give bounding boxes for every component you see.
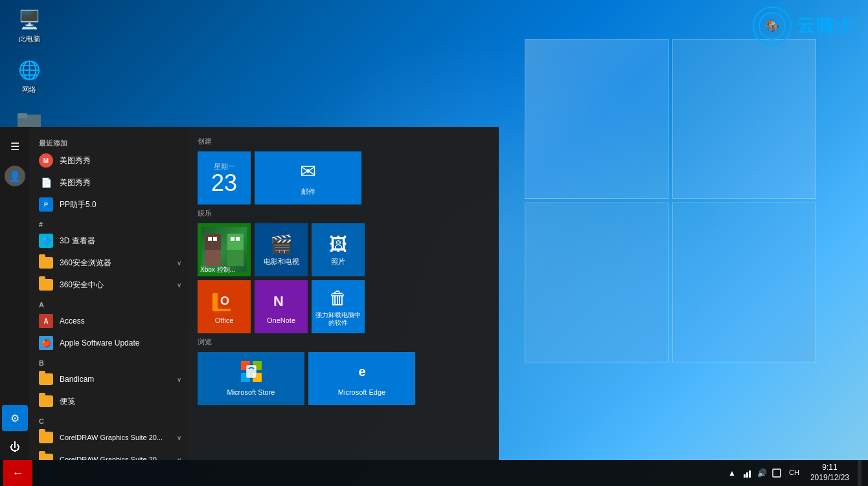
clock[interactable]: 9:11 2019/12/23: [805, 463, 854, 483]
desktop-icons: 🖥️ 此电脑 🌐 网络: [6, 6, 52, 135]
tray-volume-icon[interactable]: 🔊: [755, 467, 768, 480]
coreldraw1-expand: ∨: [177, 434, 181, 441]
start-menu: ☰ 👤 ⚙ ⏻ 最近添加 M 美图秀秀 📄 美图秀秀 P: [0, 127, 499, 460]
input-method[interactable]: CH: [786, 469, 802, 477]
this-pc-icon: 🖥️: [16, 6, 42, 32]
taskbar-right: ▲ 🔊 CH: [725, 460, 865, 486]
app-item-bandicam[interactable]: Bandicam ∨: [29, 368, 188, 390]
access-icon: A: [39, 314, 53, 328]
app-item-meitu1[interactable]: M 美图秀秀: [29, 149, 188, 171]
access-label: Access: [60, 316, 85, 326]
office-label: Office: [215, 316, 234, 325]
app-item-apple[interactable]: 🍎 Apple Software Update: [29, 332, 188, 354]
hash-section: #: [29, 215, 188, 230]
360center-label: 360安全中心: [60, 280, 104, 291]
app-item-pp5[interactable]: P PP助手5.0: [29, 193, 188, 215]
tiles-section-liulan: 浏览: [198, 337, 489, 347]
svg-rect-28: [773, 469, 781, 477]
app-item-access[interactable]: A Access: [29, 310, 188, 332]
meitu2-label: 美图秀秀: [60, 177, 91, 188]
tiles-row-3: O Office N OneNote 🗑 强力卸载电脑中的软件: [198, 280, 489, 333]
bandicam-label: Bandicam: [60, 375, 94, 384]
apple-label: Apple Software Update: [60, 338, 139, 348]
app-item-360center[interactable]: 360安全中心 ∨: [29, 274, 188, 296]
movies-icon: 🎬: [270, 234, 293, 255]
app-item-coreldraw2[interactable]: CorelDRAW Graphics Suite 20... ∨: [29, 448, 188, 460]
svg-rect-5: [205, 234, 221, 250]
power-button[interactable]: ⏻: [2, 434, 28, 460]
mail-icon: ✉: [300, 160, 316, 182]
yunqishi-circle-icon: 🏇: [753, 6, 792, 45]
taskbar-left: ←: [3, 460, 32, 486]
edge-label: Microsoft Edge: [338, 388, 385, 397]
meitu1-label: 美图秀秀: [60, 155, 91, 166]
start-arrow-icon: ←: [12, 467, 24, 480]
bandicam-icon: [39, 372, 53, 386]
bandicam-expand: ∨: [177, 376, 181, 383]
svg-rect-6: [205, 250, 221, 266]
a-section: A: [29, 296, 188, 310]
hamburger-button[interactable]: ☰: [2, 133, 28, 159]
pp5-icon: P: [39, 197, 53, 212]
recent-section-label: 最近添加: [29, 133, 188, 149]
svg-rect-8: [227, 250, 244, 266]
desktop-icon-network[interactable]: 🌐 网络: [6, 57, 52, 94]
show-desktop-button[interactable]: [858, 460, 862, 486]
notes-label: 便笺: [60, 396, 75, 407]
360browser-icon: [39, 256, 53, 270]
tray-network-icon[interactable]: [740, 467, 753, 480]
settings-button[interactable]: ⚙: [2, 405, 28, 431]
tile-uninstall[interactable]: 🗑 强力卸载电脑中的软件: [312, 280, 365, 333]
svg-rect-26: [746, 472, 748, 478]
360browser-expand: ∨: [177, 260, 181, 267]
svg-rect-10: [213, 237, 217, 241]
tile-msstore[interactable]: Microsoft Store: [198, 352, 304, 405]
app-item-meitu2[interactable]: 📄 美图秀秀: [29, 171, 188, 193]
app-item-360browser[interactable]: 360安全浏览器 ∨: [29, 252, 188, 274]
svg-rect-2: [17, 113, 27, 118]
tiles-area: 创建 星期一 23 ✉ 邮件 娱乐: [188, 127, 499, 460]
coreldraw1-icon: [39, 430, 53, 445]
input-method-label: CH: [789, 469, 799, 477]
tile-onenote[interactable]: N OneNote: [255, 280, 308, 333]
svg-rect-9: [208, 237, 212, 241]
app-item-3dviewer[interactable]: 🔷 3D 查看器: [29, 230, 188, 252]
this-pc-label: 此电脑: [19, 34, 40, 44]
time-display: 9:11: [822, 463, 837, 473]
svg-text:O: O: [220, 294, 229, 307]
tile-office[interactable]: O Office: [198, 280, 251, 333]
pp5-label: PP助手5.0: [60, 199, 97, 210]
yunqishi-logo: 🏇 云骑士: [753, 6, 855, 45]
tile-xbox[interactable]: Xbox 控制...: [198, 223, 251, 276]
meitu1-icon: M: [39, 153, 53, 168]
tile-mail[interactable]: ✉ 邮件: [255, 151, 361, 204]
edge-icon: e: [350, 360, 374, 383]
svg-rect-27: [749, 470, 751, 478]
user-avatar[interactable]: 👤: [5, 166, 25, 186]
tray-arrow-icon[interactable]: ▲: [725, 467, 738, 480]
xbox-label: Xbox 控制...: [200, 266, 235, 274]
office-icon: O: [211, 288, 237, 314]
msstore-label: Microsoft Store: [227, 388, 275, 397]
start-button[interactable]: ←: [3, 460, 32, 486]
tray-notification-icon[interactable]: [770, 467, 783, 480]
yunqishi-text: 云骑士: [797, 14, 855, 38]
photos-icon: 🖼: [329, 234, 347, 255]
tile-edge[interactable]: e Microsoft Edge: [308, 352, 415, 405]
tile-movies[interactable]: 🎬 电影和电视: [255, 223, 308, 276]
3dviewer-label: 3D 查看器: [60, 236, 95, 247]
app-item-notes[interactable]: 便笺: [29, 390, 188, 412]
photos-label: 照片: [331, 258, 345, 266]
apple-icon: 🍎: [39, 336, 53, 350]
desktop-icon-this-pc[interactable]: 🖥️ 此电脑: [6, 6, 52, 44]
tile-calendar[interactable]: 星期一 23: [198, 151, 251, 204]
tile-photos[interactable]: 🖼 照片: [312, 223, 365, 276]
svg-rect-25: [744, 474, 746, 478]
3dviewer-icon: 🔷: [39, 234, 53, 248]
calendar-date: 23: [211, 171, 237, 195]
tiles-section-chuangjian: 创建: [198, 137, 489, 146]
app-item-coreldraw1[interactable]: CorelDRAW Graphics Suite 20... ∨: [29, 426, 188, 448]
360center-expand: ∨: [177, 282, 181, 289]
c-section: C: [29, 412, 188, 426]
360browser-label: 360安全浏览器: [60, 258, 111, 269]
